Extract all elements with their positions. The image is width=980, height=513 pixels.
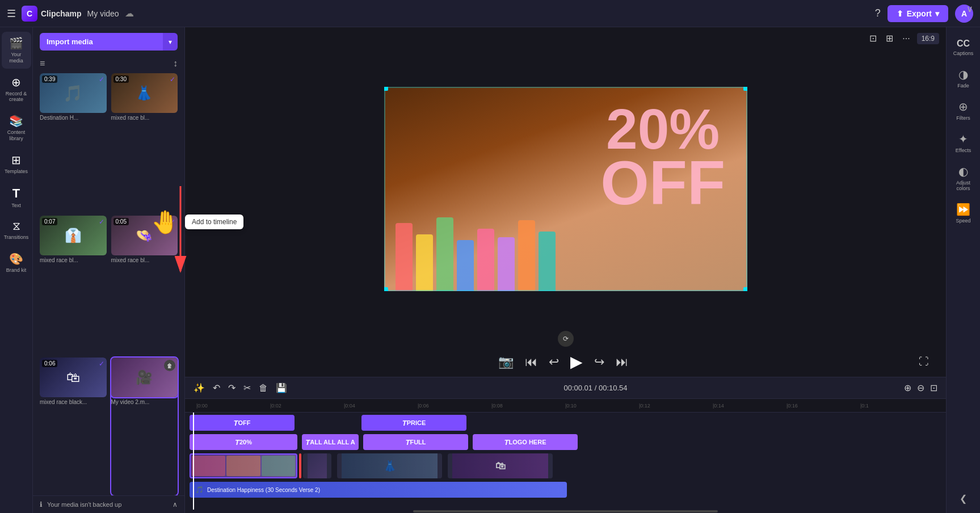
fit-button[interactable]: ⊡ [928,381,939,395]
media-icon: 🎬 [9,36,23,50]
sidebar-label-record: Record & create [4,91,29,103]
video-overlay-text: 20% OFF [600,103,725,211]
media-panel-header: Import media ▾ [33,27,184,56]
table-row[interactable]: 🛍 [448,453,553,478]
table-row[interactable]: 👗 [337,453,442,478]
sidebar-label-transitions: Transitions [4,234,29,241]
sidebar-item-your-media[interactable]: 🎬 Your media [2,32,31,69]
effects-icon: ✦ [958,132,968,146]
sidebar-label-your-media: Your media [4,52,29,64]
sidebar-item-fade[interactable]: ◑ Fade [948,63,979,93]
table-row[interactable]: T OFF [190,415,295,431]
undo-button[interactable]: ↶ [211,381,222,395]
sidebar-item-effects[interactable]: ✦ Effects [948,128,979,158]
crop-tool-button[interactable]: ⊡ [867,31,879,46]
screenshot-button[interactable]: 📷 [498,355,514,369]
sidebar-item-captions[interactable]: CC Captions [948,34,979,61]
sidebar-item-adjust-colors[interactable]: ◐ Adjust colors [948,160,979,196]
drop-indicator [299,453,301,478]
table-row[interactable]: T ALL ALL ALL A [302,434,359,450]
track-t-icon: T [405,438,410,447]
video-controls: 📷 ⏮ ↩ ▶ ↪ ⏭ ⛶ [185,347,946,377]
skip-back-button[interactable]: ↩ [549,355,559,369]
captions-icon: CC [957,39,970,49]
table-row[interactable] [190,453,297,478]
time-separator: / [595,384,599,392]
resize-tool-button[interactable]: ⊞ [884,31,895,46]
sidebar-item-brand-kit[interactable]: 🎨 Brand kit [2,247,31,278]
rewind-button[interactable]: ⏮ [525,355,537,369]
sidebar-item-transitions[interactable]: ⧖ Transitions [2,215,31,245]
export-button[interactable]: ⬆ Export ▾ [888,5,948,22]
clip-label: FULL [410,439,426,445]
table-row[interactable]: 🎵 Destination Happiness (30 Seconds Vers… [190,482,567,498]
audio-icon: 🎵 [195,486,204,494]
ruler-mark: |0:1 [860,403,869,409]
ruler-mark: |0:04 [344,403,355,409]
ruler-mark: |0:00 [196,403,208,409]
delete-button[interactable]: 🗑 [257,381,270,395]
ruler-mark: |0:14 [713,403,724,409]
export-icon: ⬆ [897,9,903,18]
transitions-icon: ⧖ [12,220,20,233]
redo-button[interactable]: ↷ [226,381,237,395]
table-row[interactable] [303,453,331,478]
fullscreen-button[interactable]: ⛶ [919,356,929,368]
list-item[interactable]: 👔 0:07 ✓ mixed race bl... [40,216,107,354]
table-row[interactable]: T FULL [363,434,468,450]
sidebar-item-speed[interactable]: ⏩ Speed [948,198,979,228]
skip-forward-button[interactable]: ↪ [594,355,604,369]
backup-chevron[interactable]: ∧ [173,501,178,508]
list-item[interactable]: 👒 0:05 ✓ mixed race bl... [111,216,178,354]
fast-forward-button[interactable]: ⏭ [616,355,628,369]
more-options-button[interactable]: ··· [900,31,912,46]
adjust-colors-icon: ◐ [958,165,968,178]
topbar: ☰ C Clipchamp My video ☁ ? ⬆ Export ▾ A [0,0,980,27]
table-row[interactable]: T 20% [190,434,297,450]
app-name: Clipchamp [41,9,82,18]
media-duration: 0:30 [113,75,129,83]
import-media-button[interactable]: Import media [40,33,163,51]
zoom-out-button[interactable]: ⊖ [915,381,926,395]
import-arrow-button[interactable]: ▾ [163,33,178,51]
sidebar-item-filters[interactable]: ⊕ Filters [948,95,979,125]
list-item[interactable]: 🎥 🗑 My video 2.m... [111,358,178,495]
table-row[interactable]: T LOGO HERE [473,434,578,450]
sidebar-item-text[interactable]: T Text [2,182,31,213]
project-name[interactable]: My video [87,9,119,18]
sidebar-item-record[interactable]: ⊕ Record & create [2,71,31,108]
zoom-controls: ⊕ ⊖ ⊡ [902,381,939,395]
media-duration: 0:06 [42,360,57,367]
right-sidebar: CC Captions ◑ Fade ⊕ Filters ✦ Effects ◐… [946,27,980,513]
current-time: 00:00.01 [563,384,592,392]
library-icon: 📚 [9,114,23,128]
table-row[interactable]: T PRICE [361,415,466,431]
filter-icon[interactable]: ≡ [40,58,45,69]
play-button[interactable]: ▶ [570,352,583,371]
sidebar-item-content-library[interactable]: 📚 Content library [2,110,31,146]
media-duration: 0:07 [42,218,57,225]
logo-icon: C [22,6,37,22]
media-name: mixed race black... [40,399,107,405]
list-item[interactable]: 👗 0:30 ✓ mixed race bl... [111,73,178,211]
help-icon[interactable]: ? [875,7,881,19]
sidebar-collapse[interactable]: ❮ [960,493,967,508]
check-icon: ✓ [170,75,175,83]
collapse-icon[interactable]: ❮ [960,494,967,503]
track-t-icon: T [305,438,310,447]
media-duration: 0:39 [42,75,57,83]
save-button[interactable]: 💾 [274,381,289,395]
list-item[interactable]: 🎵 0:39 ✓ Destination H... [40,73,107,211]
zoom-in-button[interactable]: ⊕ [902,381,913,395]
adjust-colors-label: Adjust colors [950,180,977,191]
clip-label: 20% [239,439,252,445]
audio-label: Destination Happiness (30 Seconds Verse … [207,487,320,493]
menu-icon[interactable]: ☰ [7,7,16,20]
export-arrow: ▾ [935,9,939,18]
cut-button[interactable]: ✂ [242,381,253,395]
magic-tool-button[interactable]: ✨ [192,381,207,395]
list-item[interactable]: 🛍 0:06 ✓ mixed race black... [40,358,107,495]
sort-icon[interactable]: ↕ [173,58,178,69]
video-frame: 20% OFF [185,49,946,329]
sidebar-item-templates[interactable]: ⊞ Templates [2,149,31,179]
